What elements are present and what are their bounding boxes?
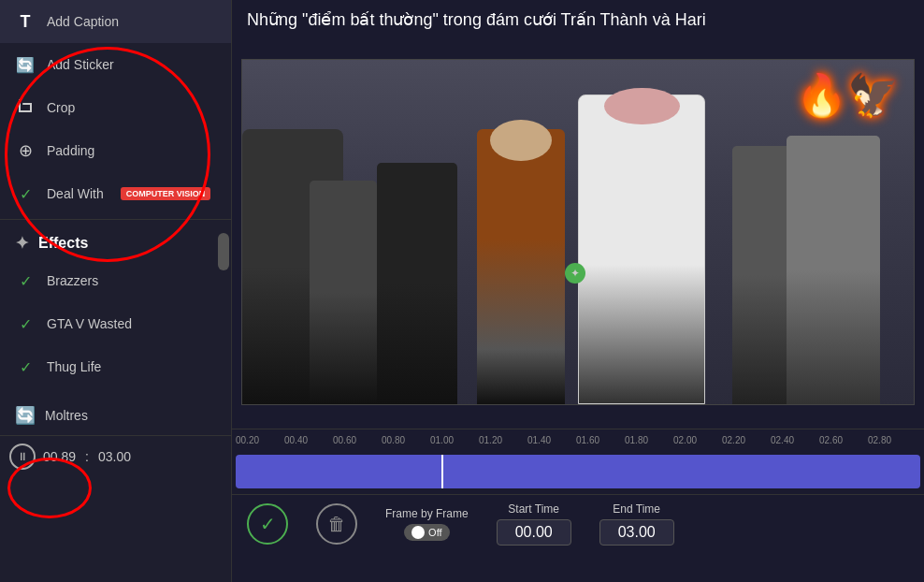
sidebar-item-label-deal: Deal With (47, 186, 104, 201)
effects-icon: ✦ (15, 233, 29, 254)
person-white (578, 95, 705, 404)
check-icon-thug: ✓ (15, 356, 36, 377)
sidebar-item-label-caption: Add Caption (47, 14, 119, 29)
ruler-mark-2: 00.60 (333, 435, 382, 445)
frame-by-frame-control: Frame by Frame Off (385, 507, 469, 541)
confirm-button[interactable]: ✓ (247, 503, 288, 545)
bottom-controls: ✓ 🗑 Frame by Frame Off Start Time End Ti… (232, 494, 924, 553)
sidebar-item-label-crop: Crop (47, 100, 75, 115)
timeline-bar-row (232, 449, 924, 494)
playback-info: ⏸ 00.89 : 03.00 (0, 435, 231, 477)
sidebar-item-gta-wasted[interactable]: ✓ GTA V Wasted (0, 302, 231, 345)
sidebar-item-label-thug: Thug Life (47, 359, 101, 374)
timeline-area: 00.20 00.40 00.60 00.80 01.00 01.20 01.4… (232, 429, 924, 494)
timeline-cursor[interactable] (441, 455, 443, 488)
phoenix-sticker: 🔥🦅 (796, 71, 899, 120)
sidebar-item-brazzers[interactable]: ✓ Brazzers (0, 259, 231, 302)
sidebar-item-thug-life[interactable]: ✓ Thug Life (0, 345, 231, 388)
ruler-mark-3: 00.80 (382, 435, 430, 445)
ruler-mark-8: 01.80 (625, 435, 673, 445)
person-brown (477, 129, 564, 404)
video-background: ✦ 🔥🦅 (242, 60, 914, 404)
sticker-badge: ✦ (565, 263, 585, 284)
sidebar-item-label-brazzers: Brazzers (47, 273, 98, 288)
start-time-field: Start Time (497, 502, 571, 546)
time-total: 03.00 (98, 449, 131, 464)
timeline-bar[interactable] (236, 455, 920, 488)
end-time-input[interactable] (599, 519, 674, 546)
sidebar-item-moltres[interactable]: 🔄 Moltres (0, 396, 231, 435)
sidebar-item-add-sticker[interactable]: 🔄 Add Sticker (0, 43, 231, 86)
sidebar-item-add-caption[interactable]: T Add Caption (0, 0, 231, 43)
frame-by-frame-toggle[interactable]: Off (404, 524, 449, 541)
start-time-input[interactable] (497, 519, 571, 546)
ruler-mark-0: 00.20 (236, 435, 284, 445)
sidebar-item-label-moltres: Moltres (45, 408, 88, 423)
moltres-icon: 🔄 (15, 405, 36, 426)
crop-icon (15, 97, 36, 118)
person-left2 (310, 181, 377, 404)
effects-section: ✦ Effects (0, 224, 231, 259)
ruler-mark-10: 02.20 (722, 435, 771, 445)
video-container: ✦ 🔥🦅 (232, 36, 924, 429)
timeline-ruler: 00.20 00.40 00.60 00.80 01.00 01.20 01.4… (232, 429, 924, 449)
ruler-mark-6: 01.40 (527, 435, 576, 445)
content-area: Những "điểm bất thường" trong đám cưới T… (232, 0, 924, 582)
sidebar-item-deal-with[interactable]: ✓ Deal With COMPUTER VISION (0, 172, 231, 215)
end-time-field: End Time (599, 502, 674, 546)
ruler-mark-1: 00.40 (284, 435, 333, 445)
time-current: 00.89 (43, 449, 76, 464)
sidebar-item-label-sticker: Add Sticker (47, 57, 114, 72)
ruler-mark-13: 02.80 (868, 435, 917, 445)
ruler-mark-9: 02.00 (673, 435, 722, 445)
sidebar-item-padding[interactable]: ⊕ Padding (0, 129, 231, 172)
computer-vision-badge: COMPUTER VISION (121, 187, 211, 200)
ruler-mark-4: 01.00 (430, 435, 479, 445)
ruler-mark-7: 01.60 (576, 435, 625, 445)
sidebar-item-crop[interactable]: Crop (0, 86, 231, 129)
sidebar: T Add Caption 🔄 Add Sticker Crop ⊕ Paddi… (0, 0, 232, 582)
toggle-label: Off (428, 527, 441, 538)
ruler-mark-5: 01.20 (479, 435, 527, 445)
timeline-ruler-marks: 00.20 00.40 00.60 00.80 01.00 01.20 01.4… (232, 435, 924, 445)
effects-label: Effects (38, 235, 88, 252)
person-left3 (377, 163, 457, 404)
check-icon-brazzers: ✓ (15, 270, 36, 291)
video-frame: ✦ 🔥🦅 (241, 59, 915, 405)
sticker-icon: 🔄 (15, 54, 36, 75)
caption-icon: T (15, 11, 36, 32)
sidebar-item-label-gta: GTA V Wasted (47, 316, 132, 331)
delete-button[interactable]: 🗑 (316, 503, 357, 545)
frame-by-frame-label: Frame by Frame (385, 507, 469, 520)
person-right2 (787, 136, 881, 404)
start-time-label: Start Time (508, 502, 559, 516)
ruler-mark-11: 02.40 (771, 435, 819, 445)
ruler-mark-12: 02.60 (819, 435, 868, 445)
check-icon-gta: ✓ (15, 313, 36, 334)
end-time-label: End Time (613, 502, 660, 516)
toggle-knob (411, 526, 425, 539)
padding-icon: ⊕ (15, 140, 36, 161)
time-separator: : (85, 449, 89, 464)
sidebar-item-label-padding: Padding (47, 143, 94, 158)
video-title: Những "điểm bất thường" trong đám cưới T… (232, 0, 924, 36)
pause-button[interactable]: ⏸ (9, 444, 36, 470)
check-icon-deal: ✓ (15, 183, 36, 204)
